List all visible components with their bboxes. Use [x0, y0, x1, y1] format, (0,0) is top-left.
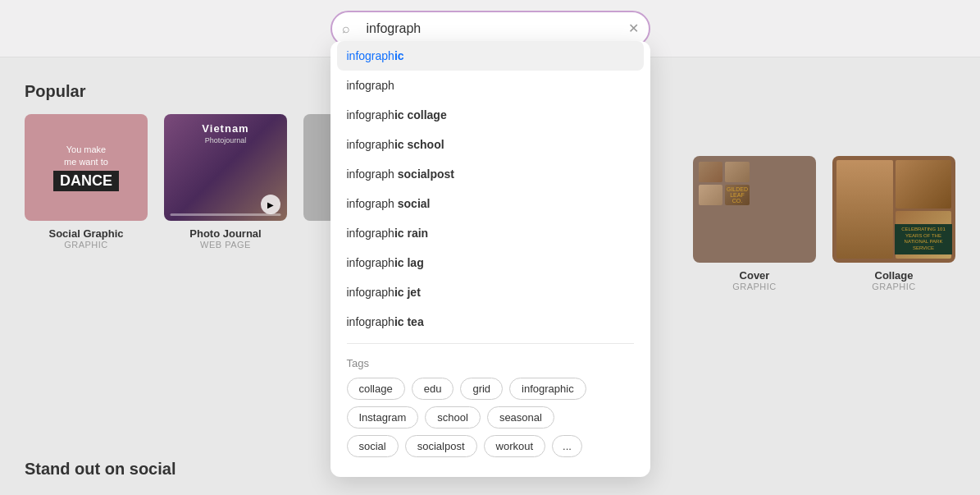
card-sublabel-collage: GRAPHIC — [872, 282, 916, 291]
tag-workout[interactable]: workout — [484, 435, 546, 457]
tag-seasonal[interactable]: seasonal — [487, 406, 554, 429]
cover-cell-4: GILDED LEAF CO. — [725, 185, 750, 205]
card-sublabel-photo-journal: WEB PAGE — [200, 240, 251, 250]
vietnam-title: Vietnam — [202, 122, 248, 135]
tags-row-1: collage edu grid infographic — [347, 378, 634, 400]
dance-card-content: You makeme want to DANCE — [45, 135, 127, 199]
card-image-social-graphic: You makeme want to DANCE — [25, 114, 148, 221]
cover-grid: GILDED LEAF CO. — [695, 158, 754, 209]
card-photo-journal[interactable]: Vietnam Photojournal ▶ Photo Journal WEB… — [164, 114, 287, 250]
photo-strip — [171, 213, 281, 216]
tag-instagram[interactable]: Instagram — [347, 406, 419, 429]
tags-row-2: Instagram school seasonal — [347, 406, 634, 429]
search-icon: ⌕ — [342, 21, 350, 36]
suggestion-text: infographic jet — [347, 286, 421, 299]
cover-cell-3 — [699, 185, 722, 205]
suggestion-text: infograph — [347, 79, 394, 92]
suggestion-item[interactable]: infographic collage — [330, 100, 650, 130]
clear-search-button[interactable]: ✕ — [627, 21, 640, 37]
tag-school[interactable]: school — [425, 406, 481, 429]
suggestion-item[interactable]: infographic tea — [330, 307, 650, 337]
dance-line2: DANCE — [53, 171, 119, 191]
dance-line1: You makeme want to — [53, 144, 119, 167]
card-cover[interactable]: GILDED LEAF CO. Cover GRAPHIC — [693, 156, 816, 291]
card-collage[interactable]: CELEBRATING 101 YEARS OF THE NATIONAL PA… — [832, 156, 955, 291]
card-image-cover: GILDED LEAF CO. — [693, 156, 816, 263]
search-dropdown: infographic infograph infographic collag… — [330, 41, 650, 477]
suggestion-item[interactable]: infographic school — [330, 130, 650, 159]
cover-cell-1 — [699, 162, 722, 182]
divider — [347, 343, 634, 344]
tag-collage[interactable]: collage — [347, 378, 405, 400]
card-sublabel-social-graphic: GRAPHIC — [64, 240, 108, 250]
suggestion-text: infograph socialpost — [347, 167, 455, 181]
suggestion-item[interactable]: infograph — [330, 71, 650, 100]
suggestion-text: infographic lag — [347, 256, 424, 269]
suggestion-text: infograph social — [347, 197, 431, 210]
suggestion-item[interactable]: infograph social — [330, 189, 650, 218]
stand-out-title: Stand out on social — [25, 460, 175, 479]
celebration-banner: CELEBRATING 101 YEARS OF THE NATIONAL PA… — [895, 224, 952, 254]
vietnam-subtitle: Photojournal — [205, 136, 247, 144]
suggestion-item[interactable]: infograph socialpost — [330, 159, 650, 189]
suggestion-item[interactable]: infographic lag — [330, 248, 650, 277]
card-label-photo-journal: Photo Journal — [189, 227, 261, 240]
tag-more[interactable]: ... — [552, 435, 582, 457]
cover-cell-2 — [725, 162, 750, 182]
suggestion-text: infographic tea — [347, 315, 424, 328]
tags-label: Tags — [347, 357, 634, 369]
tag-infographic[interactable]: infographic — [509, 378, 586, 400]
tags-row-3: social socialpost workout ... — [347, 435, 634, 457]
suggestion-text: infographic rain — [347, 227, 429, 240]
suggestion-item[interactable]: infographic jet — [330, 277, 650, 307]
collage-tall-cell — [836, 160, 893, 259]
tag-edu[interactable]: edu — [412, 378, 454, 400]
card-social-graphic[interactable]: You makeme want to DANCE Social Graphic … — [25, 114, 148, 250]
play-button[interactable]: ▶ — [261, 195, 280, 214]
celebration-text: CELEBRATING 101 YEARS OF THE NATIONAL PA… — [898, 227, 949, 252]
card-sublabel-cover: GRAPHIC — [732, 282, 777, 291]
tag-grid[interactable]: grid — [460, 378, 503, 400]
right-cards: GILDED LEAF CO. Cover GRAPHIC CELEBRATIN… — [693, 156, 955, 291]
tag-social[interactable]: social — [347, 435, 399, 457]
suggestion-text: infographic — [347, 49, 404, 62]
tags-section: Tags collage edu grid infographic Instag… — [330, 351, 650, 467]
suggestion-text: infographic collage — [347, 108, 447, 121]
cover-gilded-text: GILDED LEAF CO. — [725, 185, 750, 205]
card-image-collage: CELEBRATING 101 YEARS OF THE NATIONAL PA… — [832, 156, 955, 263]
card-label-cover: Cover — [740, 269, 770, 282]
card-label-collage: Collage — [875, 269, 914, 282]
card-image-photo-journal: Vietnam Photojournal ▶ — [164, 114, 287, 221]
tag-socialpost[interactable]: socialpost — [405, 435, 477, 457]
suggestion-item[interactable]: infographic — [337, 41, 644, 71]
card-label-social-graphic: Social Graphic — [48, 227, 123, 240]
suggestion-text: infographic school — [347, 138, 444, 151]
suggestion-item[interactable]: infographic rain — [330, 218, 650, 248]
collage-cell-1 — [896, 160, 952, 209]
